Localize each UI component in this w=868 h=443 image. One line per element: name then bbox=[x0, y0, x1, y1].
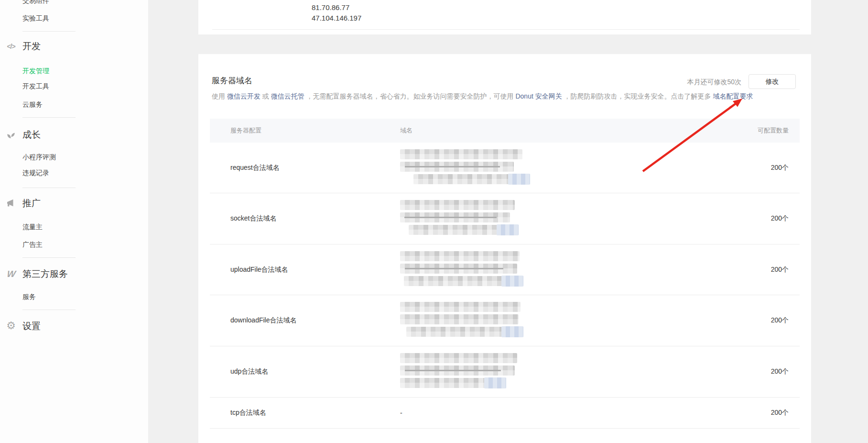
masked-domain-line bbox=[400, 264, 517, 274]
sidebar-item[interactable]: 流量主 bbox=[22, 223, 43, 232]
table-header: 服务器配置 域名 可配置数量 bbox=[210, 119, 800, 143]
sidebar-section-label: 推广 bbox=[22, 197, 41, 210]
table-row: socket合法域名200个 bbox=[210, 193, 800, 244]
gear-icon: ⚙ bbox=[5, 321, 17, 332]
doc-link[interactable]: Donut 安全网关 bbox=[515, 92, 562, 100]
desc-text: 使用 bbox=[212, 92, 227, 100]
table-row: DNS预解析域名5个 bbox=[210, 429, 800, 443]
sidebar-section-megaphone[interactable]: 推广 bbox=[0, 197, 148, 210]
masked-domain-line bbox=[400, 353, 517, 363]
quota-value: 200个 bbox=[771, 409, 789, 417]
row-label: socket合法域名 bbox=[230, 214, 276, 223]
domain-cell bbox=[400, 353, 517, 390]
domain-cell bbox=[400, 251, 523, 288]
sidebar-section-label: 成长 bbox=[22, 129, 41, 141]
column-header-quota: 可配置数量 bbox=[758, 119, 789, 143]
masked-domain-line bbox=[400, 378, 506, 388]
modify-quota-note: 本月还可修改50次 bbox=[687, 78, 741, 87]
sidebar-section-label: 第三方服务 bbox=[22, 268, 68, 280]
masked-domain-line bbox=[400, 162, 514, 172]
masked-domain-line bbox=[400, 314, 519, 324]
desc-text: 或 bbox=[260, 92, 271, 100]
sidebar-item[interactable]: 开发工具 bbox=[22, 82, 49, 91]
table-row: request合法域名200个 bbox=[210, 143, 800, 193]
quota-value: 200个 bbox=[771, 164, 789, 172]
doc-link[interactable]: 域名配置要求 bbox=[713, 92, 753, 100]
masked-domain-line bbox=[400, 365, 515, 376]
megaphone-icon bbox=[5, 198, 17, 209]
domain-empty-dash: - bbox=[400, 409, 402, 417]
column-header-domain: 域名 bbox=[400, 119, 412, 143]
sidebar-item[interactable]: 实验工具 bbox=[22, 14, 49, 23]
table-row: downloadFile合法域名200个 bbox=[210, 295, 800, 346]
masked-domain-line bbox=[413, 174, 530, 184]
sidebar-item-active[interactable]: 开发管理 bbox=[22, 67, 49, 76]
masked-domain-chip bbox=[501, 326, 523, 337]
sidebar-divider bbox=[22, 257, 76, 258]
sidebar-section-sprout[interactable]: 成长 bbox=[0, 129, 148, 141]
masked-domain-chip bbox=[501, 276, 523, 287]
doc-link[interactable]: 微信云开发 bbox=[227, 92, 260, 100]
sidebar-section-label: 开发 bbox=[22, 40, 41, 53]
sidebar-divider bbox=[22, 310, 76, 310]
desc-text: ，无需配置服务器域名，省心省力。如业务访问需要安全防护，可使用 bbox=[304, 92, 516, 100]
quota-value: 200个 bbox=[771, 367, 789, 376]
quota-value: 200个 bbox=[771, 266, 789, 274]
masked-domain-line bbox=[400, 302, 521, 312]
domain-cell bbox=[400, 302, 523, 339]
sidebar-section-label: 设置 bbox=[22, 320, 41, 332]
table-row: tcp合法域名-200个 bbox=[210, 398, 800, 429]
row-label: downloadFile合法域名 bbox=[230, 316, 297, 325]
sidebar-section-code[interactable]: </>开发 bbox=[0, 40, 148, 53]
sidebar-divider bbox=[22, 31, 76, 32]
desc-text: ，防爬防刷防攻击，实现业务安全。点击了解更多 bbox=[562, 92, 713, 100]
quota-value: 200个 bbox=[771, 214, 789, 223]
sidebar-section-gear[interactable]: ⚙设置 bbox=[0, 320, 148, 332]
masked-domain-chip bbox=[508, 174, 530, 185]
panel-description: 使用 微信云开发 或 微信云托管 ，无需配置服务器域名，省心省力。如业务访问需要… bbox=[212, 91, 753, 101]
masked-domain-chip bbox=[497, 224, 519, 235]
sidebar-item[interactable]: 小程序评测 bbox=[22, 153, 56, 162]
sidebar: 交易组件实验工具</>开发开发管理开发工具云服务成长小程序评测违规记录推广流量主… bbox=[0, 0, 148, 443]
domain-cell bbox=[400, 200, 519, 237]
sidebar-item[interactable]: 服务 bbox=[22, 293, 36, 301]
ip-list-card: 81.70.86.77 47.104.146.197 bbox=[198, 0, 811, 34]
masked-domain-line bbox=[404, 276, 523, 286]
table-row: uploadFile合法域名200个 bbox=[210, 244, 800, 295]
modify-button[interactable]: 修改 bbox=[749, 74, 796, 89]
row-label: tcp合法域名 bbox=[230, 409, 266, 417]
doc-link[interactable]: 微信云托管 bbox=[271, 92, 304, 100]
sidebar-item[interactable]: 广告主 bbox=[22, 241, 43, 249]
sidebar-divider bbox=[22, 117, 76, 118]
quota-value: 200个 bbox=[771, 316, 789, 325]
masked-domain-line bbox=[409, 225, 519, 235]
masked-domain-line bbox=[400, 251, 520, 261]
divider bbox=[212, 29, 800, 30]
domain-cell bbox=[400, 149, 530, 187]
masked-domain-line bbox=[400, 200, 515, 210]
row-label: uploadFile合法域名 bbox=[230, 266, 288, 274]
table-row: udp合法域名200个 bbox=[210, 346, 800, 398]
masked-domain-chip bbox=[484, 377, 506, 388]
sidebar-item[interactable]: 云服务 bbox=[22, 100, 43, 109]
sidebar-item[interactable]: 违规记录 bbox=[22, 169, 49, 177]
server-domain-panel: 服务器域名 本月还可修改50次 修改 使用 微信云开发 或 微信云托管 ，无需配… bbox=[198, 54, 811, 443]
masked-domain-line bbox=[400, 149, 522, 159]
row-label: udp合法域名 bbox=[230, 367, 268, 376]
sprout-icon bbox=[5, 129, 17, 141]
row-label: request合法域名 bbox=[230, 164, 280, 172]
masked-domain-line bbox=[406, 327, 523, 337]
code-icon: </> bbox=[5, 41, 17, 52]
page: 交易组件实验工具</>开发开发管理开发工具云服务成长小程序评测违规记录推广流量主… bbox=[0, 0, 868, 443]
domain-cell: - bbox=[400, 409, 402, 417]
column-header-server-config: 服务器配置 bbox=[230, 119, 261, 143]
third-party-icon: W bbox=[4, 268, 18, 280]
ip-address: 81.70.86.77 bbox=[312, 2, 349, 13]
masked-domain-line bbox=[400, 212, 510, 222]
sidebar-divider bbox=[22, 188, 76, 188]
sidebar-item[interactable]: 交易组件 bbox=[22, 0, 49, 5]
page-title: 服务器域名 bbox=[212, 75, 252, 86]
sidebar-section-third-party[interactable]: W第三方服务 bbox=[0, 268, 148, 280]
ip-address: 47.104.146.197 bbox=[312, 13, 361, 23]
